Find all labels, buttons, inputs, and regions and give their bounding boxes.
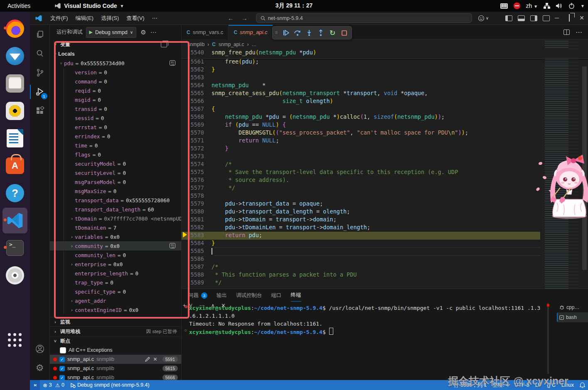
debug-more-icon[interactable]: ⋯ (150, 29, 157, 36)
code-line-5578[interactable]: 5578 (182, 192, 588, 200)
accounts-icon[interactable] (30, 339, 50, 358)
code-line-5582[interactable]: 5582 pdu->tDomainLen = transport->domain… (182, 224, 588, 232)
variable-row-msgMaxSize[interactable]: msgMaxSize=0 (50, 186, 181, 196)
code-line-5583[interactable]: 5583 return pdu; (182, 232, 588, 240)
variables-section-header[interactable]: ˅变量 (50, 39, 181, 49)
code-line-5585[interactable]: 5585 (182, 248, 588, 255)
variable-row-reqid[interactable]: reqid=0 (50, 86, 181, 95)
code-line-5576[interactable]: 5576 * source address). (182, 177, 588, 184)
variable-row-transport_data_length[interactable]: transport_data_length=60 (50, 205, 181, 214)
code-line-5563[interactable]: 5563 (182, 74, 588, 82)
menu-F[interactable]: 文件(F) (47, 15, 72, 21)
code-line-5573[interactable]: 5573 (182, 153, 588, 161)
variable-row-enterprise_length[interactable]: enterprise_length=0 (50, 269, 181, 278)
code-line-5579[interactable]: 5579 pdu->transport_data = opaque; (182, 200, 588, 208)
step-into-icon[interactable] (304, 28, 314, 38)
hex-view-icon[interactable]: 0110 (170, 60, 175, 66)
search-view-icon[interactable] (30, 44, 50, 63)
variable-row-transport_data[interactable]: transport_data=0x555555728060 (50, 196, 181, 205)
split-editor-icon[interactable] (563, 29, 570, 35)
code-line-5571[interactable]: 5571 return NULL; (182, 137, 588, 145)
variable-row-tDomainLen[interactable]: tDomainLen=7 (50, 223, 181, 232)
variable-row-contextEngineID[interactable]: ›contextEngineID=0x0 (50, 305, 181, 314)
sticky-scroll-line[interactable]: 5540snmp_free_pdu(netsnmp_pdu *pdu) (182, 49, 588, 59)
variable-row-community[interactable]: ›community=0x00110 (50, 241, 181, 250)
code-line-5570[interactable]: 5570 DEBUGMSGTL(("sess_process_packet", … (182, 129, 588, 137)
code-line-5588[interactable]: 5588 * This function parses a packet int… (182, 271, 588, 279)
tab-snmp_vars.c[interactable]: Csnmp_vars.c (182, 25, 229, 39)
customize-layout-icon[interactable] (543, 15, 550, 21)
code-line-5572[interactable]: 5572 } (182, 145, 588, 153)
remote-indicator[interactable]: ›‹ (30, 380, 40, 390)
command-center-search[interactable]: net-snmp-5.9.4 (256, 13, 472, 23)
breakpoint-row[interactable]: ✓snmp_api.csnmplib✕5591 (50, 355, 181, 364)
variable-row-transid[interactable]: transid=0 (50, 104, 181, 113)
code-line-5561[interactable]: 5561 free(pdu); (182, 58, 588, 66)
system-menu-chevron-icon[interactable]: ▼ (581, 4, 585, 8)
variable-row-version[interactable]: version=0 (50, 68, 181, 77)
source-control-icon[interactable] (30, 63, 50, 82)
terminal[interactable]: xcyxiner@studycplus:~/code/net-snmp-5.9.… (189, 304, 540, 336)
variable-row-command[interactable]: command=0 (50, 77, 181, 86)
variable-row-errstat[interactable]: errstat=0 (50, 123, 181, 132)
restart-icon[interactable]: ↻ (327, 28, 337, 38)
collapse-all-icon[interactable] (161, 42, 167, 47)
expand-chevron-icon[interactable]: ˅ (58, 61, 64, 66)
variable-row-pdu[interactable]: ˅pdu=0x555555734d000110 (50, 59, 181, 68)
editor-more-icon[interactable]: ⋯ (576, 28, 582, 36)
close-button[interactable]: ✕ (576, 12, 588, 25)
exception-breakpoint-row[interactable]: All C++ Exceptions (50, 346, 181, 355)
dock-item-terminal[interactable]: >_ (2, 235, 27, 261)
variable-row-time[interactable]: time=0 (50, 141, 181, 150)
code-line-5575[interactable]: 5575 * Save the transport-level data spe… (182, 169, 588, 177)
code-line-5587[interactable]: 5587/* (182, 263, 588, 271)
restore-button[interactable] (563, 12, 576, 25)
dock-item-thunderbird[interactable] (2, 43, 27, 69)
toggle-sidebar-icon[interactable] (505, 15, 512, 21)
scope-row-locals[interactable]: ˅Locals (50, 49, 181, 59)
code-line-5565[interactable]: 5565snmp_create_sess_pdu(netsnmp_transpo… (182, 90, 588, 98)
panel-tab-输出[interactable]: 输出 (217, 289, 227, 302)
input-language[interactable]: zh ▼ (526, 2, 538, 9)
explorer-icon[interactable] (30, 25, 50, 44)
variable-row-variables[interactable]: ›variables=0x0 (50, 232, 181, 241)
stop-icon[interactable] (339, 28, 349, 38)
panel-tab-终端[interactable]: 终端 (291, 289, 301, 302)
variable-row-msgParseModel[interactable]: msgParseModel=0 (50, 177, 181, 186)
step-out-icon[interactable] (316, 28, 326, 38)
run-and-debug-icon[interactable]: 1 (30, 82, 50, 101)
menu-S[interactable]: 选择(S) (97, 15, 123, 21)
settings-gear-icon[interactable]: ⚙ (30, 358, 50, 378)
code-line-5564[interactable]: 5564netsnmp_pdu * (182, 82, 588, 90)
toggle-secondary-sidebar-icon[interactable] (530, 15, 537, 21)
debug-status[interactable]: Debug snmpd (net-snmp-5.9.4) (67, 380, 153, 390)
variable-row-trap_type[interactable]: trap_type=0 (50, 278, 181, 287)
expand-chevron-icon[interactable]: › (69, 299, 75, 303)
variable-row-agent_addr[interactable]: ›agent_addr (50, 296, 181, 305)
extensions-icon[interactable] (30, 101, 50, 120)
dock-item-vscode[interactable] (2, 208, 27, 233)
variable-row-community_len[interactable]: community_len=0 (50, 250, 181, 260)
code-line-5589[interactable]: 5589 */ (182, 279, 588, 287)
expand-chevron-icon[interactable]: › (69, 235, 75, 239)
nav-forward-icon[interactable]: → (241, 15, 248, 22)
variable-row-msgid[interactable]: msgid=0 (50, 95, 181, 104)
step-over-icon[interactable] (293, 28, 303, 38)
debug-config-dropdown[interactable]: ▶ Debug snmpd ∨ (86, 27, 137, 38)
expand-chevron-icon[interactable]: › (69, 244, 75, 248)
breakpoint-checkbox[interactable]: ✓ (59, 366, 65, 371)
dock-item-disc[interactable] (2, 262, 27, 288)
dock-item-rhythmbox[interactable] (2, 98, 27, 124)
toolbar-drag-handle[interactable]: ⠿ (275, 31, 279, 34)
code-line-5568[interactable]: 5568 netsnmp_pdu *pdu = (netsnmp_pdu *)c… (182, 113, 588, 121)
menu-[interactable]: ⋯ (148, 15, 161, 21)
problems-status[interactable]: ⊗3 ⚠0 (40, 380, 67, 390)
tab-snmp_api.c[interactable]: Csnmp_api.c (229, 25, 273, 39)
panel-tab-调试控制台[interactable]: 调试控制台 (236, 289, 262, 302)
breakpoint-checkbox[interactable]: ✓ (59, 357, 65, 362)
code-line-5584[interactable]: 5584} (182, 240, 588, 248)
code-line-5562[interactable]: 5562} (182, 66, 588, 74)
code-line-5580[interactable]: 5580 pdu->transport_data_length = olengt… (182, 208, 588, 216)
breakpoint-row[interactable]: ✓snmp_api.csnmplib5615 (50, 364, 181, 373)
notifications-bell-icon[interactable] (577, 380, 588, 390)
